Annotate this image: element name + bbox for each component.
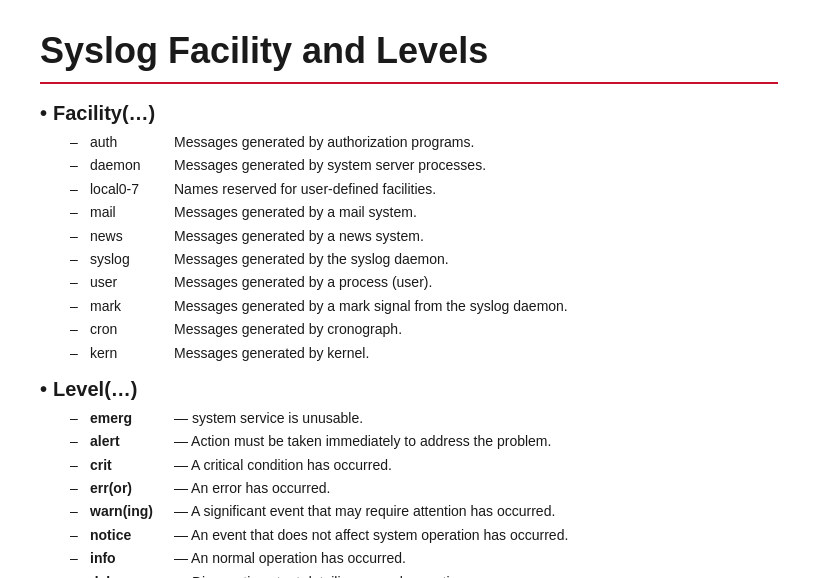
list-item: – err(or) — An error has occurred. <box>70 477 778 499</box>
dash-icon: – <box>70 178 86 200</box>
item-key: warn(ing) <box>90 500 170 522</box>
dash-icon: – <box>70 271 86 293</box>
list-item: – crit — A critical condition has occurr… <box>70 454 778 476</box>
dash-icon: – <box>70 154 86 176</box>
dash-icon: – <box>70 407 86 429</box>
item-key: syslog <box>90 248 170 270</box>
item-value: Messages generated by cronograph. <box>174 318 402 340</box>
dash-icon: – <box>70 454 86 476</box>
item-value: — A significant event that may require a… <box>174 500 555 522</box>
list-item: – cron Messages generated by cronograph. <box>70 318 778 340</box>
page-title: Syslog Facility and Levels <box>40 30 778 72</box>
item-value: — Action must be taken immediately to ad… <box>174 430 551 452</box>
item-key: auth <box>90 131 170 153</box>
item-value: — Diagnostic output detailing normal ope… <box>174 571 476 578</box>
facility-bullet: • <box>40 102 47 125</box>
dash-icon: – <box>70 342 86 364</box>
facility-section: • Facility(…) – auth Messages generated … <box>40 102 778 364</box>
dash-icon: – <box>70 225 86 247</box>
item-value: Messages generated by a news system. <box>174 225 424 247</box>
dash-icon: – <box>70 318 86 340</box>
item-key: mark <box>90 295 170 317</box>
item-value: Messages generated by a mail system. <box>174 201 417 223</box>
item-key: daemon <box>90 154 170 176</box>
item-value: Messages generated by authorization prog… <box>174 131 474 153</box>
facility-title-text: Facility(…) <box>53 102 155 125</box>
facility-list: – auth Messages generated by authorizati… <box>40 131 778 364</box>
dash-icon: – <box>70 201 86 223</box>
item-value: — A critical condition has occurred. <box>174 454 392 476</box>
dash-icon: – <box>70 295 86 317</box>
item-value: Messages generated by the syslog daemon. <box>174 248 449 270</box>
list-item: – mail Messages generated by a mail syst… <box>70 201 778 223</box>
item-value: Messages generated by a mark signal from… <box>174 295 568 317</box>
item-key: err(or) <box>90 477 170 499</box>
dash-icon: – <box>70 500 86 522</box>
list-item: – alert — Action must be taken immediate… <box>70 430 778 452</box>
dash-icon: – <box>70 248 86 270</box>
item-key: alert <box>90 430 170 452</box>
item-key: emerg <box>90 407 170 429</box>
item-key: info <box>90 547 170 569</box>
list-item: – info — An normal operation has occurre… <box>70 547 778 569</box>
list-item: – syslog Messages generated by the syslo… <box>70 248 778 270</box>
list-item: – daemon Messages generated by system se… <box>70 154 778 176</box>
dash-icon: – <box>70 131 86 153</box>
item-key: local0-7 <box>90 178 170 200</box>
item-key: mail <box>90 201 170 223</box>
item-key: user <box>90 271 170 293</box>
item-value: — An event that does not affect system o… <box>174 524 568 546</box>
level-heading: • Level(…) <box>40 378 778 401</box>
list-item: – warn(ing) — A significant event that m… <box>70 500 778 522</box>
list-item: – notice — An event that does not affect… <box>70 524 778 546</box>
item-key: kern <box>90 342 170 364</box>
item-value: — An error has occurred. <box>174 477 330 499</box>
list-item: – news Messages generated by a news syst… <box>70 225 778 247</box>
list-item: – auth Messages generated by authorizati… <box>70 131 778 153</box>
list-item: – mark Messages generated by a mark sign… <box>70 295 778 317</box>
facility-heading: • Facility(…) <box>40 102 778 125</box>
list-item: – user Messages generated by a process (… <box>70 271 778 293</box>
level-list: – emerg — system service is unusable. – … <box>40 407 778 578</box>
dash-icon: – <box>70 430 86 452</box>
item-value: Messages generated by a process (user). <box>174 271 432 293</box>
item-key: cron <box>90 318 170 340</box>
title-divider <box>40 82 778 84</box>
list-item: – local0-7 Names reserved for user-defin… <box>70 178 778 200</box>
dash-icon: – <box>70 477 86 499</box>
item-key: news <box>90 225 170 247</box>
item-value: — system service is unusable. <box>174 407 363 429</box>
dash-icon: – <box>70 547 86 569</box>
item-value: Messages generated by kernel. <box>174 342 369 364</box>
item-key: notice <box>90 524 170 546</box>
list-item: – emerg — system service is unusable. <box>70 407 778 429</box>
item-key: debug <box>90 571 170 578</box>
item-value: Names reserved for user-defined faciliti… <box>174 178 436 200</box>
level-bullet: • <box>40 378 47 401</box>
dash-icon: – <box>70 524 86 546</box>
item-value: Messages generated by system server proc… <box>174 154 486 176</box>
item-key: crit <box>90 454 170 476</box>
level-section: • Level(…) – emerg — system service is u… <box>40 378 778 578</box>
list-item: – kern Messages generated by kernel. <box>70 342 778 364</box>
level-title-text: Level(…) <box>53 378 137 401</box>
list-item: – debug — Diagnostic output detailing no… <box>70 571 778 578</box>
item-value: — An normal operation has occurred. <box>174 547 406 569</box>
dash-icon: – <box>70 571 86 578</box>
